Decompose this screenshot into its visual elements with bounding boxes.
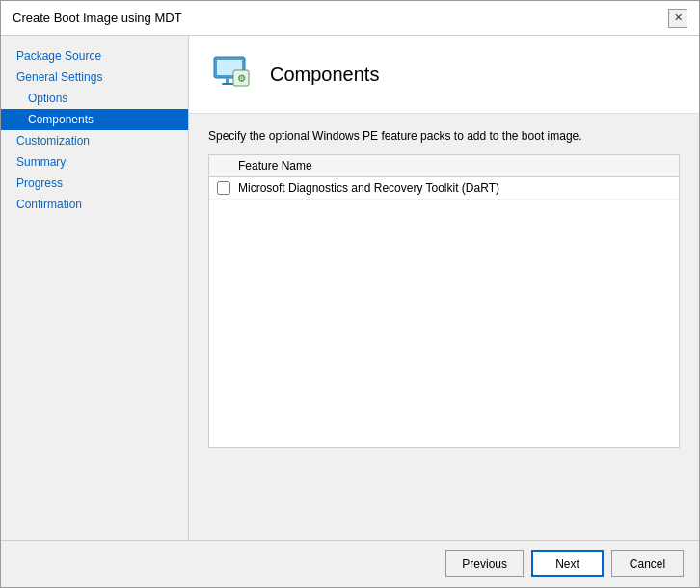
title-bar-left: Create Boot Image using MDT [13, 11, 182, 25]
sidebar-item-customization[interactable]: Customization [1, 130, 188, 151]
sidebar-item-confirmation[interactable]: Confirmation [1, 194, 188, 215]
description-text: Specify the optional Windows PE feature … [208, 129, 680, 143]
title-bar-text: Create Boot Image using MDT [13, 11, 182, 25]
sidebar-item-options[interactable]: Options [1, 88, 188, 109]
title-bar: Create Boot Image using MDT ✕ [1, 1, 699, 36]
sidebar-item-general-settings[interactable]: General Settings [1, 67, 188, 88]
sidebar-item-package-source[interactable]: Package Source [1, 45, 188, 67]
previous-button[interactable]: Previous [445, 550, 524, 577]
svg-rect-3 [222, 83, 233, 85]
cancel-button[interactable]: Cancel [611, 550, 684, 577]
feature-table-body: Microsoft Diagnostics and Recovery Toolk… [209, 177, 679, 447]
main-window: Create Boot Image using MDT ✕ Package So… [0, 0, 700, 588]
feature-column-header: Feature Name [238, 159, 312, 173]
main-panel: ⚙ Components Specify the optional Window… [189, 36, 699, 540]
main-body: Specify the optional Windows PE feature … [189, 114, 699, 540]
sidebar-item-summary[interactable]: Summary [1, 151, 188, 173]
feature-table-container: Feature Name Microsoft Diagnostics and R… [208, 154, 680, 448]
svg-text:⚙: ⚙ [237, 73, 246, 84]
sidebar-item-progress[interactable]: Progress [1, 173, 188, 194]
header-title: Components [270, 64, 379, 86]
main-header: ⚙ Components [189, 36, 699, 114]
feature-table-header: Feature Name [209, 155, 679, 177]
feature-row-dart: Microsoft Diagnostics and Recovery Toolk… [209, 177, 679, 200]
close-button[interactable]: ✕ [668, 9, 687, 28]
content-area: Package SourceGeneral SettingsOptionsCom… [1, 36, 699, 540]
dart-checkbox[interactable] [217, 181, 230, 195]
footer-area: Previous Next Cancel [1, 540, 699, 587]
sidebar-item-components[interactable]: Components [1, 109, 188, 130]
header-icon: ⚙ [208, 51, 255, 97]
dart-label: Microsoft Diagnostics and Recovery Toolk… [238, 181, 499, 195]
sidebar: Package SourceGeneral SettingsOptionsCom… [1, 36, 189, 540]
next-button[interactable]: Next [531, 550, 604, 577]
